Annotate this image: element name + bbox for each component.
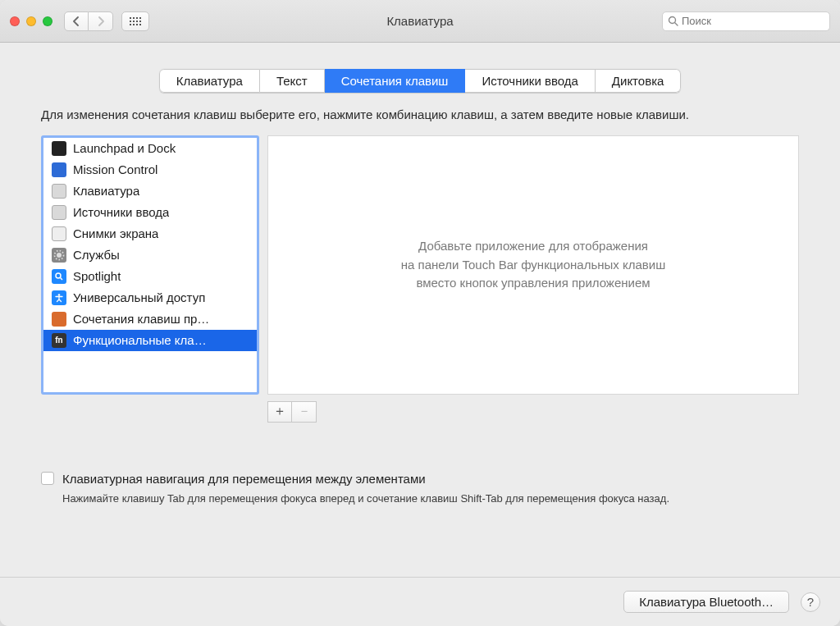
app-shortcuts-icon [52,312,66,327]
sidebar-item-label: Mission Control [73,162,158,176]
zoom-window-button[interactable] [43,16,52,26]
tab-dictation[interactable]: Диктовка [596,69,682,93]
show-all-button[interactable] [121,11,149,31]
sidebar-item-label: Источники ввода [73,205,169,219]
tab-shortcuts[interactable]: Сочетания клавиш [325,69,466,93]
traffic-lights [10,16,52,26]
sidebar-item-label: Универсальный доступ [73,290,205,304]
add-button[interactable]: ＋ [267,401,292,423]
bluetooth-keyboard-button[interactable]: Клавиатура Bluetooth… [623,591,789,613]
keyboard-navigation-checkbox[interactable] [41,472,54,485]
content-area: Для изменения сочетания клавиш выберите … [0,106,840,577]
search-icon [668,16,678,26]
services-icon [52,248,66,263]
spotlight-icon [52,269,66,284]
close-window-button[interactable] [10,16,20,26]
sidebar-item-label: Службы [73,248,120,262]
detail-pane: Добавьте приложение для отображения на п… [267,135,799,395]
empty-state-text: Добавьте приложение для отображения на п… [401,237,665,293]
search-field[interactable] [662,11,830,31]
keyboard-navigation-hint: Нажимайте клавишу Tab для перемещения фо… [41,492,799,505]
tabs-row: Клавиатура Текст Сочетания клавиш Источн… [0,43,840,106]
remove-button[interactable]: － [292,401,317,423]
fn-icon: fn [52,333,66,348]
empty-line-3: вместо кнопок управления приложением [401,274,665,293]
tab-bar: Клавиатура Текст Сочетания клавиш Источн… [159,69,682,93]
instructions-text: Для изменения сочетания клавиш выберите … [41,106,799,124]
svg-line-1 [675,23,678,26]
sidebar-item-accessibility[interactable]: Универсальный доступ [43,287,257,308]
empty-line-2: на панели Touch Bar функциональных клави… [401,256,665,275]
grid-icon [130,17,141,25]
search-input[interactable] [682,15,824,27]
nav-buttons [64,11,113,31]
sidebar-item-mission-control[interactable]: Mission Control [43,159,257,180]
back-button[interactable] [64,11,89,31]
sidebar-item-app-shortcuts[interactable]: Сочетания клавиш пр… [43,308,257,330]
panes: Launchpad и Dock Mission Control Клавиат… [41,135,799,395]
forward-button[interactable] [89,11,113,31]
empty-line-1: Добавьте приложение для отображения [401,237,665,256]
launchpad-icon [52,141,66,156]
gear-icon [53,249,65,261]
mission-control-icon [52,162,66,177]
sidebar-item-function-keys[interactable]: fn Функциональные кла… [43,330,257,351]
keyboard-icon [52,184,66,199]
svg-point-6 [58,294,61,296]
chevron-right-icon [98,16,104,26]
minimize-window-button[interactable] [26,16,36,26]
category-list: Launchpad и Dock Mission Control Клавиат… [43,138,257,351]
sidebar-item-keyboard[interactable]: Клавиатура [43,180,257,202]
sidebar-item-spotlight[interactable]: Spotlight [43,266,257,287]
preferences-window: Клавиатура Клавиатура Текст Сочетания кл… [0,0,840,626]
sidebar-item-label: Сочетания клавиш пр… [73,312,209,326]
tab-input-sources[interactable]: Источники ввода [465,69,595,93]
sidebar-item-services[interactable]: Службы [43,244,257,266]
tab-keyboard[interactable]: Клавиатура [159,69,260,93]
sidebar-item-label: Launchpad и Dock [73,141,176,155]
svg-point-2 [57,253,62,258]
keyboard-navigation-row: Клавиатурная навигация для перемещения м… [41,472,799,486]
accessibility-icon [52,290,66,305]
sidebar-item-label: Функциональные кла… [73,333,207,347]
sidebar-item-label: Spotlight [73,269,121,283]
titlebar: Клавиатура [0,0,840,43]
screenshot-icon [52,226,66,241]
footer: Клавиатура Bluetooth… ? [0,577,840,626]
svg-point-4 [56,273,61,278]
sidebar-item-label: Клавиатура [73,184,139,198]
search-field-wrap [662,11,830,31]
add-remove-buttons: ＋ － [267,401,799,423]
sidebar-item-label: Снимки экрана [73,226,158,240]
svg-line-5 [61,277,63,280]
sidebar-item-input-sources[interactable]: Источники ввода [43,202,257,223]
sidebar-item-launchpad-dock[interactable]: Launchpad и Dock [43,138,257,159]
keyboard-navigation-label: Клавиатурная навигация для перемещения м… [62,472,426,486]
category-sidebar[interactable]: Launchpad и Dock Mission Control Клавиат… [41,135,259,395]
help-button[interactable]: ? [801,592,820,612]
sidebar-item-screenshots[interactable]: Снимки экрана [43,223,257,244]
input-sources-icon [52,205,66,220]
tab-text[interactable]: Текст [260,69,325,93]
chevron-left-icon [73,16,80,26]
